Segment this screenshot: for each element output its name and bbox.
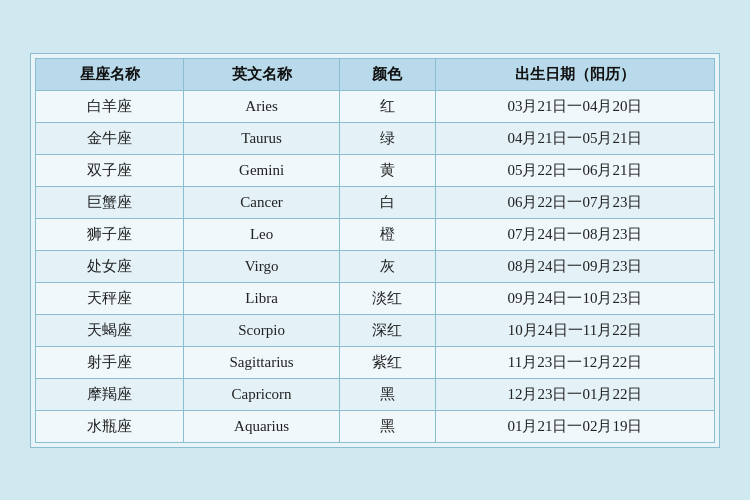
cell-color: 灰 [339, 250, 435, 282]
cell-color: 淡红 [339, 282, 435, 314]
cell-color: 绿 [339, 122, 435, 154]
cell-color: 深红 [339, 314, 435, 346]
cell-english-name: Libra [184, 282, 340, 314]
cell-chinese-name: 摩羯座 [36, 378, 184, 410]
cell-english-name: Capricorn [184, 378, 340, 410]
cell-dates: 06月22日一07月23日 [435, 186, 714, 218]
cell-dates: 05月22日一06月21日 [435, 154, 714, 186]
header-color: 颜色 [339, 58, 435, 90]
cell-english-name: Aries [184, 90, 340, 122]
header-english-name: 英文名称 [184, 58, 340, 90]
header-chinese-name: 星座名称 [36, 58, 184, 90]
cell-english-name: Scorpio [184, 314, 340, 346]
cell-dates: 09月24日一10月23日 [435, 282, 714, 314]
cell-english-name: Aquarius [184, 410, 340, 442]
cell-chinese-name: 白羊座 [36, 90, 184, 122]
table-row: 白羊座Aries红03月21日一04月20日 [36, 90, 715, 122]
cell-color: 白 [339, 186, 435, 218]
table-row: 水瓶座Aquarius黑01月21日一02月19日 [36, 410, 715, 442]
cell-dates: 04月21日一05月21日 [435, 122, 714, 154]
cell-dates: 08月24日一09月23日 [435, 250, 714, 282]
cell-english-name: Gemini [184, 154, 340, 186]
cell-english-name: Cancer [184, 186, 340, 218]
cell-color: 红 [339, 90, 435, 122]
cell-dates: 12月23日一01月22日 [435, 378, 714, 410]
cell-color: 黑 [339, 410, 435, 442]
cell-english-name: Sagittarius [184, 346, 340, 378]
cell-english-name: Virgo [184, 250, 340, 282]
cell-chinese-name: 射手座 [36, 346, 184, 378]
cell-color: 黄 [339, 154, 435, 186]
cell-dates: 11月23日一12月22日 [435, 346, 714, 378]
cell-chinese-name: 天秤座 [36, 282, 184, 314]
cell-dates: 07月24日一08月23日 [435, 218, 714, 250]
zodiac-table: 星座名称 英文名称 颜色 出生日期（阳历） 白羊座Aries红03月21日一04… [35, 58, 715, 443]
cell-dates: 03月21日一04月20日 [435, 90, 714, 122]
cell-english-name: Taurus [184, 122, 340, 154]
cell-chinese-name: 水瓶座 [36, 410, 184, 442]
table-header-row: 星座名称 英文名称 颜色 出生日期（阳历） [36, 58, 715, 90]
table-row: 摩羯座Capricorn黑12月23日一01月22日 [36, 378, 715, 410]
cell-chinese-name: 双子座 [36, 154, 184, 186]
table-row: 金牛座Taurus绿04月21日一05月21日 [36, 122, 715, 154]
table-row: 双子座Gemini黄05月22日一06月21日 [36, 154, 715, 186]
zodiac-table-container: 星座名称 英文名称 颜色 出生日期（阳历） 白羊座Aries红03月21日一04… [30, 53, 720, 448]
header-dates: 出生日期（阳历） [435, 58, 714, 90]
table-row: 天蝎座Scorpio深红10月24日一11月22日 [36, 314, 715, 346]
cell-chinese-name: 金牛座 [36, 122, 184, 154]
cell-dates: 01月21日一02月19日 [435, 410, 714, 442]
cell-chinese-name: 狮子座 [36, 218, 184, 250]
table-row: 天秤座Libra淡红09月24日一10月23日 [36, 282, 715, 314]
table-row: 巨蟹座Cancer白06月22日一07月23日 [36, 186, 715, 218]
table-row: 处女座Virgo灰08月24日一09月23日 [36, 250, 715, 282]
table-row: 射手座Sagittarius紫红11月23日一12月22日 [36, 346, 715, 378]
cell-color: 黑 [339, 378, 435, 410]
cell-color: 橙 [339, 218, 435, 250]
cell-dates: 10月24日一11月22日 [435, 314, 714, 346]
cell-chinese-name: 巨蟹座 [36, 186, 184, 218]
table-row: 狮子座Leo橙07月24日一08月23日 [36, 218, 715, 250]
cell-chinese-name: 处女座 [36, 250, 184, 282]
cell-chinese-name: 天蝎座 [36, 314, 184, 346]
cell-english-name: Leo [184, 218, 340, 250]
cell-color: 紫红 [339, 346, 435, 378]
table-body: 白羊座Aries红03月21日一04月20日金牛座Taurus绿04月21日一0… [36, 90, 715, 442]
